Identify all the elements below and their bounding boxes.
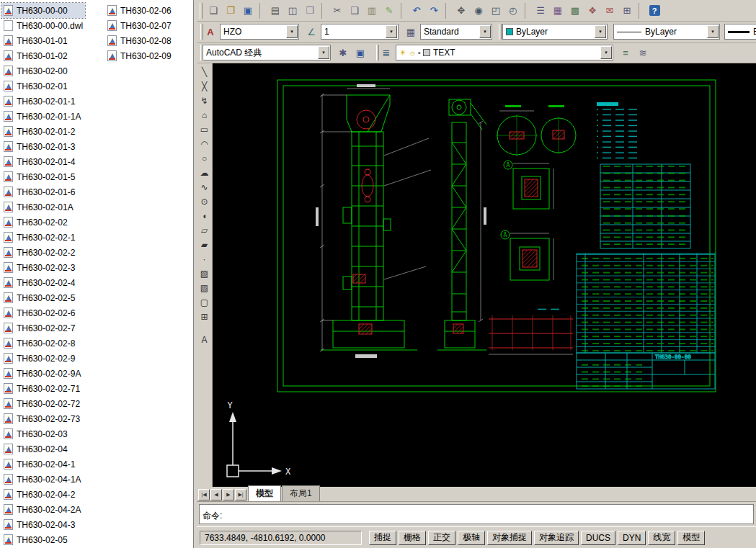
snap-toggle[interactable]: 捕捉: [369, 531, 396, 545]
file-item[interactable]: TH630-00-00.dwl: [1, 18, 85, 33]
file-item[interactable]: TH630-00-00: [1, 3, 85, 18]
file-item[interactable]: TH630-02-04: [1, 441, 85, 457]
layout1-tab[interactable]: 布局1: [282, 485, 320, 501]
text-style-combo[interactable]: HZO ▼: [220, 24, 299, 40]
file-item[interactable]: TH630-02-01-2: [1, 124, 85, 139]
rectangle-tool[interactable]: ▭: [197, 122, 212, 137]
file-item[interactable]: TH630-02-02-71: [1, 381, 85, 396]
file-item[interactable]: TH630-02-02-6: [1, 305, 85, 320]
file-item[interactable]: TH630-02-02-9: [1, 351, 85, 366]
linetype-combo[interactable]: ByLayer ▼: [613, 24, 720, 40]
drawing-canvas[interactable]: A A: [213, 63, 756, 487]
ellipse-arc-tool[interactable]: ◖: [197, 209, 212, 223]
gradient-tool[interactable]: ▧: [197, 281, 212, 295]
make-block-tool[interactable]: ▰: [197, 238, 212, 252]
file-item[interactable]: TH630-02-02-73: [1, 411, 85, 426]
next-tab-button[interactable]: ▶: [223, 489, 234, 500]
polyline-tool[interactable]: ↯: [197, 94, 212, 108]
file-item[interactable]: TH630-02-04-2A: [1, 502, 85, 517]
file-item[interactable]: TH630-02-07: [105, 18, 174, 33]
point-tool[interactable]: ∙: [197, 252, 212, 266]
markup-button[interactable]: ✉: [602, 3, 618, 19]
polygon-tool[interactable]: ⌂: [197, 108, 212, 122]
table-tool[interactable]: ⊞: [197, 310, 212, 324]
paste-button[interactable]: ▥: [364, 3, 380, 19]
layer-combo[interactable]: ☀ ☼ ▪ TEXT ▼: [396, 45, 613, 60]
first-tab-button[interactable]: |◀: [198, 489, 210, 500]
file-item[interactable]: TH630-02-02-2: [1, 245, 85, 260]
file-item[interactable]: TH630-02-01-1: [1, 94, 85, 109]
dim-style-manager-button[interactable]: ∠: [303, 24, 319, 40]
file-item[interactable]: TH630-02-06: [105, 3, 174, 18]
file-item[interactable]: TH630-02-02: [1, 215, 85, 230]
insert-block-tool[interactable]: ▱: [197, 223, 212, 238]
file-item[interactable]: TH630-02-05: [1, 532, 85, 547]
file-item[interactable]: TH630-02-01-1A: [1, 109, 85, 124]
file-item[interactable]: TH630-02-01A: [1, 199, 85, 215]
sheet-set-manager-button[interactable]: ❖: [584, 3, 600, 19]
file-item[interactable]: TH630-02-02-72: [1, 396, 85, 411]
toolbar-grip[interactable]: [200, 3, 203, 19]
publish-button[interactable]: ❒: [302, 3, 318, 19]
command-input[interactable]: 命令:: [199, 504, 754, 524]
file-item[interactable]: TH630-02-01-4: [1, 154, 85, 169]
color-combo[interactable]: ByLayer ▼: [502, 24, 608, 40]
file-item[interactable]: TH630-01-02: [1, 48, 85, 63]
quickcalc-button[interactable]: ⊞: [619, 3, 635, 19]
spline-tool[interactable]: ∿: [197, 180, 212, 194]
arc-tool[interactable]: ◠: [197, 137, 212, 151]
copy-button[interactable]: ❑: [347, 3, 363, 19]
region-tool[interactable]: ▢: [197, 295, 212, 310]
help-button[interactable]: ?: [646, 3, 662, 19]
file-item[interactable]: TH630-02-04-3: [1, 517, 85, 532]
zoom-previous-button[interactable]: ◴: [505, 3, 521, 19]
dropdown-arrow-icon[interactable]: ▼: [386, 25, 397, 38]
workspace-settings-button[interactable]: ✱: [335, 45, 351, 60]
file-item[interactable]: TH630-02-03: [1, 426, 85, 441]
pan-button[interactable]: ✥: [453, 3, 469, 19]
open-button[interactable]: ❐: [223, 3, 239, 19]
tool-palettes-button[interactable]: ▩: [567, 3, 583, 19]
model-toggle[interactable]: 模型: [677, 531, 705, 545]
plot-button[interactable]: ▤: [267, 3, 283, 19]
dim-style-combo[interactable]: 1 ▼: [321, 24, 399, 40]
save-workspace-button[interactable]: ▣: [352, 45, 368, 60]
designcenter-button[interactable]: ▦: [550, 3, 566, 19]
lwt-toggle[interactable]: 线宽: [648, 531, 675, 545]
file-item[interactable]: TH630-02-01-6: [1, 184, 85, 199]
command-window[interactable]: 命令:: [197, 502, 756, 526]
undo-button[interactable]: ↶: [409, 3, 424, 19]
grid-toggle[interactable]: 栅格: [399, 531, 426, 545]
layer-translate-button[interactable]: ≋: [635, 45, 651, 60]
line-tool[interactable]: ╲: [197, 65, 212, 79]
dropdown-arrow-icon[interactable]: ▼: [286, 25, 298, 38]
file-item[interactable]: TH630-02-01-3: [1, 139, 85, 154]
plot-preview-button[interactable]: ◫: [285, 3, 301, 19]
lineweight-combo[interactable]: ByLayer: [724, 24, 756, 40]
dropdown-arrow-icon[interactable]: ▼: [318, 46, 329, 59]
toolbar-grip[interactable]: [499, 24, 502, 40]
file-item[interactable]: TH630-02-09: [105, 48, 174, 63]
cut-button[interactable]: ✂: [329, 3, 345, 19]
last-tab-button[interactable]: ▶|: [235, 489, 246, 500]
save-button[interactable]: ▣: [240, 3, 256, 19]
redo-button[interactable]: ↷: [426, 3, 442, 19]
file-item[interactable]: TH630-02-02-1: [1, 230, 85, 245]
file-item[interactable]: TH630-02-08: [105, 33, 174, 48]
layer-states-manager-button[interactable]: ≡: [618, 45, 633, 60]
ellipse-tool[interactable]: ⊙: [197, 194, 212, 209]
zoom-realtime-button[interactable]: ◉: [471, 3, 486, 19]
osnap-toggle[interactable]: 对象捕捉: [487, 531, 532, 545]
ducs-toggle[interactable]: DUCS: [581, 531, 615, 545]
file-item[interactable]: TH630-02-04-2: [1, 487, 85, 502]
dropdown-arrow-icon[interactable]: ▼: [595, 25, 606, 38]
ortho-toggle[interactable]: 正交: [428, 531, 455, 545]
file-item[interactable]: TH630-02-02-8: [1, 336, 85, 351]
layer-properties-manager-button[interactable]: ≣: [378, 45, 394, 60]
file-item[interactable]: TH630-02-00: [1, 63, 85, 78]
file-item[interactable]: TH630-02-02-9A: [1, 366, 85, 381]
workspace-combo[interactable]: AutoCAD 经典 ▼: [203, 45, 331, 60]
file-item[interactable]: TH630-02-02-3: [1, 260, 85, 275]
match-properties-button[interactable]: ✎: [381, 3, 397, 19]
hatch-tool[interactable]: ▨: [197, 266, 212, 281]
